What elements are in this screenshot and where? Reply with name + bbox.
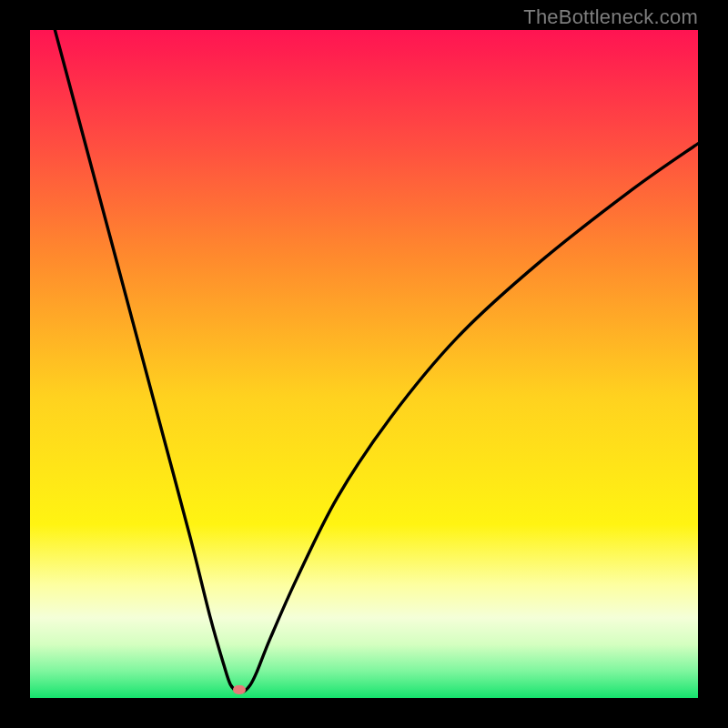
chart-frame: TheBottleneck.com [0, 0, 728, 728]
watermark-text: TheBottleneck.com [523, 5, 698, 29]
plot-area [30, 30, 698, 698]
bottleneck-curve [30, 30, 698, 698]
